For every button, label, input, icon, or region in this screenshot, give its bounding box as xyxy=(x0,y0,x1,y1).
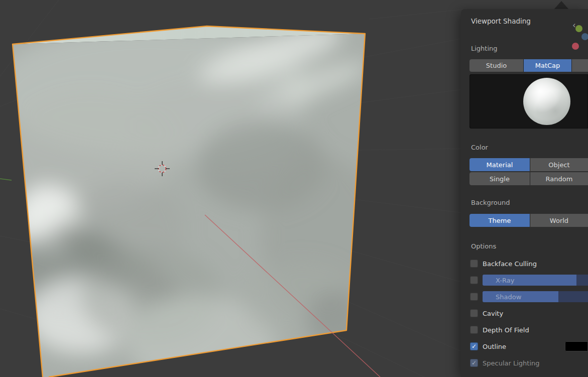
lighting-studio-button[interactable]: Studio xyxy=(469,59,523,72)
shadow-slider[interactable]: Shadow xyxy=(483,291,588,302)
option-row-backface-culling: ✓ Backface Culling xyxy=(470,258,588,269)
matcap-preview[interactable] xyxy=(469,74,588,129)
background-world-button[interactable]: World xyxy=(530,214,588,227)
color-random-button[interactable]: Random xyxy=(530,172,588,185)
default-cube[interactable] xyxy=(0,10,392,377)
option-row-cavity: ✓ Cavity xyxy=(470,308,588,319)
xray-slider[interactable]: X-Ray xyxy=(483,275,588,286)
matcap-sphere xyxy=(523,78,570,125)
cavity-checkbox[interactable]: ✓ xyxy=(470,309,478,317)
background-label: Background xyxy=(471,199,510,207)
background-segmented-control: Theme World xyxy=(469,214,588,227)
blender-window: Viewport Shading ‹ Lighting Studio MatCa… xyxy=(0,0,588,377)
color-label: Color xyxy=(471,144,488,152)
backface-culling-checkbox[interactable]: ✓ xyxy=(470,260,478,268)
gizmo-axis-red-dot xyxy=(572,43,579,50)
xray-slider-label: X-Ray xyxy=(496,275,514,286)
checkmark-icon: ✓ xyxy=(472,343,477,349)
color-row-2: Single Random xyxy=(469,172,588,185)
shadow-checkbox[interactable]: ✓ xyxy=(470,293,478,301)
viewport-shading-panel: Viewport Shading ‹ Lighting Studio MatCa… xyxy=(461,9,588,377)
shadow-slider-label: Shadow xyxy=(496,291,521,302)
option-row-xray: ✓ X-Ray xyxy=(470,275,588,286)
cube-front-face xyxy=(0,10,392,377)
gizmo-axis-green-dot xyxy=(575,25,582,32)
lighting-label: Lighting xyxy=(471,45,498,53)
depth-of-field-label: Depth Of Field xyxy=(483,326,529,334)
outline-label: Outline xyxy=(483,343,506,350)
color-object-button[interactable]: Object xyxy=(530,158,588,171)
color-material-button[interactable]: Material xyxy=(469,158,530,171)
outline-color-swatch[interactable] xyxy=(565,341,588,351)
outline-checkbox[interactable]: ✓ xyxy=(470,342,478,350)
specular-lighting-checkbox[interactable]: ✓ xyxy=(470,359,478,367)
y-axis-line xyxy=(0,179,12,180)
color-single-button[interactable]: Single xyxy=(469,172,530,185)
options-label: Options xyxy=(471,242,496,250)
lighting-segmented-control: Studio MatCap xyxy=(469,59,588,72)
option-row-depth-of-field: ✓ Depth Of Field xyxy=(470,324,588,335)
lighting-flat-button-cutoff[interactable] xyxy=(572,59,588,72)
xray-checkbox[interactable]: ✓ xyxy=(470,276,478,284)
lighting-matcap-button[interactable]: MatCap xyxy=(524,59,571,72)
cavity-label: Cavity xyxy=(483,310,503,317)
background-theme-button[interactable]: Theme xyxy=(469,214,530,227)
option-row-outline: ✓ Outline xyxy=(470,341,588,352)
color-row-1: Material Object xyxy=(469,158,588,171)
panel-title: Viewport Shading xyxy=(471,17,531,25)
backface-culling-label: Backface Culling xyxy=(483,260,537,268)
checkmark-icon: ✓ xyxy=(472,360,477,366)
option-row-specular-lighting: ✓ Specular Lighting xyxy=(470,357,588,368)
depth-of-field-checkbox[interactable]: ✓ xyxy=(470,326,478,334)
option-row-shadow: ✓ Shadow xyxy=(470,291,588,302)
specular-lighting-label: Specular Lighting xyxy=(483,359,540,367)
gizmo-axis-blue-dot xyxy=(581,33,588,40)
